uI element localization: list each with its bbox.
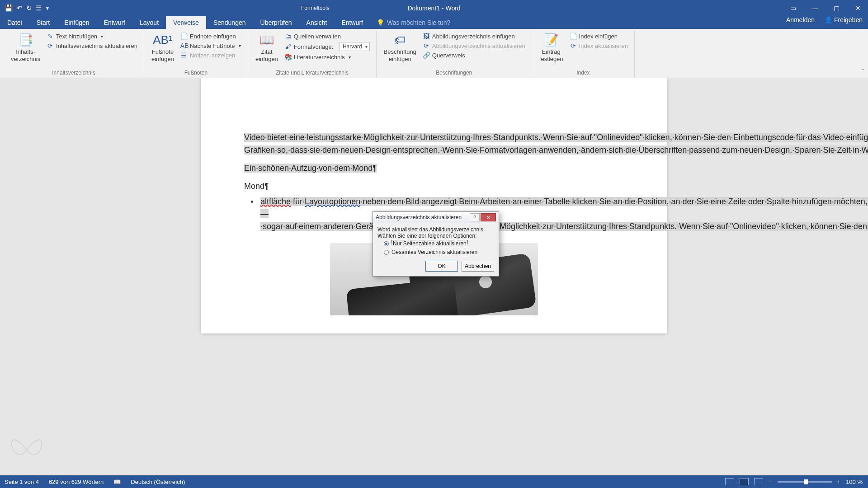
update-index-button[interactable]: ⟳Index aktualisieren <box>568 41 630 50</box>
spellcheck-icon[interactable]: 📖 <box>113 479 121 485</box>
contextual-tab-label: Formeltools <box>294 0 337 16</box>
radio-update-pages[interactable]: Nur Seitenzahlen aktualisieren <box>384 239 494 248</box>
share-icon: 👤 <box>825 16 832 23</box>
next-footnote-button[interactable]: ABNächste Fußnote▾ <box>179 41 243 50</box>
undo-icon[interactable]: ↶ <box>17 4 23 12</box>
sources-icon: 🗂 <box>284 33 292 40</box>
close-icon[interactable]: ✕ <box>848 0 868 16</box>
zoom-slider[interactable] <box>778 481 832 483</box>
minimize-icon[interactable]: — <box>805 0 825 16</box>
document-workspace[interactable]: Video·bietet·eine·leistungsstarke·Möglic… <box>0 78 868 475</box>
radio-update-all[interactable]: Gesamtes Verzeichnis aktualisieren <box>384 248 494 256</box>
refresh-icon: ⟳ <box>47 42 54 49</box>
qat-dropdown-icon[interactable]: ▼ <box>45 6 50 11</box>
ok-button[interactable]: OK <box>425 261 458 272</box>
update-toc-button[interactable]: ⟳Inhaltsverzeichnis aktualisieren <box>45 41 139 50</box>
status-wordcount[interactable]: 629 von 629 Wörtern <box>49 479 104 485</box>
ribbon-options-icon[interactable]: ▭ <box>783 0 803 16</box>
insert-citation-button[interactable]: 📖 Zitat einfügen <box>253 32 281 64</box>
group-toc: 📑 Inhalts- verzeichnis ✎Text hinzufügen▾… <box>4 31 144 78</box>
group-citations: 📖 Zitat einfügen 🗂Quellen verwalten 🖌For… <box>248 31 377 78</box>
zoom-in-button[interactable]: + <box>837 479 841 485</box>
status-page[interactable]: Seite 1 von 4 <box>5 479 39 485</box>
manage-sources-button[interactable]: 🗂Quellen verwalten <box>283 32 372 41</box>
toc-button[interactable]: 📑 Inhalts- verzeichnis <box>8 32 43 64</box>
caption-icon: 🏷 <box>394 33 406 47</box>
dialog-message: Word aktualisiert das Abbildungsverzeich… <box>377 226 494 233</box>
redo-icon[interactable]: ↻ <box>26 4 32 12</box>
zoom-out-button[interactable]: − <box>769 479 772 485</box>
group-label: Inhaltsverzeichnis <box>4 70 144 76</box>
update-tof-dialog: Abbildungsverzeichnis aktualisieren ? ✕ … <box>373 211 499 277</box>
bibliography-icon: 📚 <box>284 53 292 61</box>
tab-mailings[interactable]: Sendungen <box>206 16 253 29</box>
share-button[interactable]: 👤 Freigeben <box>825 16 863 23</box>
tab-view[interactable]: Ansicht <box>299 16 335 29</box>
save-icon[interactable]: 💾 <box>5 4 13 12</box>
group-footnotes: AB¹ Fußnote einfügen 📄Endnote einfügen A… <box>144 31 248 78</box>
insert-caption-button[interactable]: 🏷 Beschriftung einfügen <box>381 32 419 64</box>
refresh-icon: ⟳ <box>423 42 430 49</box>
view-read-icon[interactable] <box>725 478 734 485</box>
status-language[interactable]: Deutsch (Österreich) <box>131 479 185 485</box>
tab-insert[interactable]: Einfügen <box>57 16 96 29</box>
ribbon: 📑 Inhalts- verzeichnis ✎Text hinzufügen▾… <box>0 29 868 78</box>
add-text-button[interactable]: ✎Text hinzufügen▾ <box>45 32 139 41</box>
insert-tof-button[interactable]: 🖼Abbildungsverzeichnis einfügen <box>421 32 527 41</box>
group-label: Index <box>532 70 634 76</box>
next-footnote-icon: AB <box>180 42 188 49</box>
dialog-title: Abbildungsverzeichnis aktualisieren <box>376 214 462 221</box>
crossref-button[interactable]: 🔗Querverweis <box>421 51 527 60</box>
citation-style-select[interactable]: 🖌Formatvorlage: Harvard <box>283 41 372 52</box>
tab-references[interactable]: Verweise <box>166 16 206 29</box>
mark-entry-button[interactable]: 📝 Eintrag festlegen <box>537 32 566 64</box>
notes-icon: ☰ <box>180 52 188 59</box>
index-entry-icon: 📝 <box>544 33 558 47</box>
endnote-icon: 📄 <box>180 33 188 40</box>
tab-review[interactable]: Überprüfen <box>253 16 299 29</box>
tab-file[interactable]: Datei <box>0 16 29 29</box>
cancel-button[interactable]: Abbrechen <box>462 261 494 272</box>
tab-layout[interactable]: Layout <box>132 16 166 29</box>
document-title: Dokument1 - Word <box>407 5 460 12</box>
add-text-icon: ✎ <box>47 33 54 40</box>
insert-endnote-button[interactable]: 📄Endnote einfügen <box>179 32 243 41</box>
group-label: Zitate und Literaturverzeichnis <box>248 70 376 76</box>
touch-mode-icon[interactable]: ☰ <box>36 4 42 12</box>
tab-design-context[interactable]: Entwurf <box>334 16 370 29</box>
tab-draw[interactable]: Entwurf <box>97 16 132 29</box>
sign-in-link[interactable]: Anmelden <box>786 16 815 23</box>
group-label: Fußnoten <box>144 70 248 76</box>
window-controls: ▭ — ▢ ✕ <box>783 0 868 16</box>
insert-footnote-button[interactable]: AB¹ Fußnote einfügen <box>149 32 177 64</box>
insert-index-button[interactable]: 📄Index einfügen <box>568 32 630 41</box>
dialog-close-icon[interactable]: ✕ <box>481 213 496 221</box>
titlebar: 💾 ↶ ↻ ☰ ▼ Formeltools Dokument1 - Word ▭… <box>0 0 868 16</box>
maximize-icon[interactable]: ▢ <box>826 0 846 16</box>
view-print-icon[interactable] <box>740 478 749 485</box>
tab-home[interactable]: Start <box>29 16 57 29</box>
collapse-ribbon-icon[interactable]: ˄ <box>861 68 864 75</box>
toc-icon: 📑 <box>19 33 33 47</box>
status-bar: Seite 1 von 4 629 von 629 Wörtern 📖 Deut… <box>0 475 868 488</box>
refresh-icon: ⟳ <box>570 42 577 49</box>
style-value[interactable]: Harvard <box>340 42 370 51</box>
footnote-icon: AB¹ <box>153 33 172 47</box>
dialog-message-2: Wählen Sie eine der folgenden Optionen: <box>377 233 494 239</box>
watermark-icon <box>6 426 47 466</box>
style-icon: 🖌 <box>284 43 292 50</box>
citation-icon: 📖 <box>259 33 274 47</box>
update-tof-button[interactable]: ⟳Abbildungsverzeichnis aktualisieren <box>421 41 527 50</box>
ribbon-tabs: Datei Start Einfügen Entwurf Layout Verw… <box>0 16 868 29</box>
tof-icon: 🖼 <box>423 33 430 40</box>
view-web-icon[interactable] <box>754 478 763 485</box>
zoom-percent[interactable]: 100 % <box>846 479 863 485</box>
tell-me-search[interactable]: 💡 Was möchten Sie tun? <box>377 16 450 29</box>
insert-index-icon: 📄 <box>570 33 577 40</box>
quick-access-toolbar: 💾 ↶ ↻ ☰ ▼ <box>0 4 54 12</box>
dialog-help-icon[interactable]: ? <box>470 213 480 221</box>
show-notes-button[interactable]: ☰Notizen anzeigen <box>179 51 243 60</box>
group-label: Beschriftungen <box>377 70 532 76</box>
bibliography-button[interactable]: 📚Literaturverzeichnis▾ <box>283 52 372 61</box>
dialog-titlebar[interactable]: Abbildungsverzeichnis aktualisieren ? ✕ <box>373 212 499 223</box>
